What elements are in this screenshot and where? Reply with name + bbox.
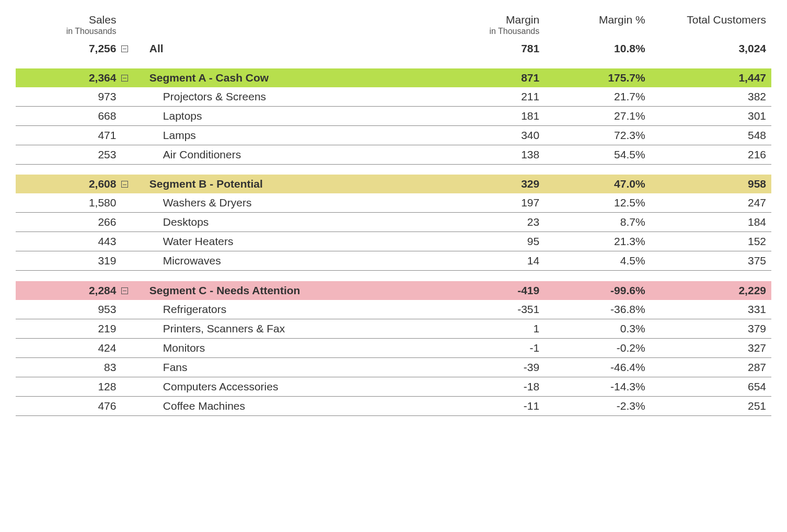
cell-sales: 2,364 — [16, 68, 121, 87]
cell-customers: 152 — [651, 232, 771, 251]
cell-margin-pct: 8.7% — [545, 213, 650, 232]
cell-margin: 14 — [439, 251, 545, 271]
row-segment: 2,608Segment B - Potential32947.0%958 — [16, 175, 771, 193]
row-item: 973Projectors & Screens21121.7%382 — [16, 87, 771, 107]
row-item: 1,580Washers & Dryers19712.5%247 — [16, 193, 771, 213]
cell-customers: 301 — [651, 106, 771, 125]
cell-margin-pct: 54.5% — [545, 145, 650, 164]
cell-margin: 211 — [439, 87, 545, 107]
cell-margin-pct: 12.5% — [545, 193, 650, 213]
header-margin-pct-label: Margin % — [550, 14, 645, 26]
cell-margin-pct: 0.3% — [545, 319, 650, 338]
cell-label: Printers, Scanners & Fax — [144, 319, 439, 338]
row-item: 476Coffee Machines-11-2.3%251 — [16, 396, 771, 415]
cell-sales: 471 — [16, 125, 121, 145]
header-row: Sales in Thousands Margin in Thousands M… — [16, 10, 771, 39]
cell-label[interactable]: Segment C - Needs Attention — [144, 281, 439, 300]
cell-customers: 247 — [651, 193, 771, 213]
cell-label: Computers Accessories — [144, 377, 439, 396]
row-item: 668Laptops18127.1%301 — [16, 106, 771, 125]
pivot-table: Sales in Thousands Margin in Thousands M… — [16, 10, 771, 416]
cell-margin-pct: -14.3% — [545, 377, 650, 396]
cell-label[interactable]: Segment A - Cash Cow — [144, 68, 439, 87]
header-margin-label: Margin — [444, 14, 539, 26]
collapse-icon[interactable] — [121, 45, 128, 52]
cell-label: Washers & Dryers — [144, 193, 439, 213]
row-item: 128Computers Accessories-18-14.3%654 — [16, 377, 771, 396]
cell-margin-pct: 27.1% — [545, 106, 650, 125]
cell-sales: 476 — [16, 396, 121, 415]
row-item: 83Fans-39-46.4%287 — [16, 357, 771, 377]
cell-margin-pct: 21.3% — [545, 232, 650, 251]
cell-label: Lamps — [144, 125, 439, 145]
cell-margin: -419 — [439, 281, 545, 300]
row-item: 219Printers, Scanners & Fax10.3%379 — [16, 319, 771, 338]
cell-margin-pct: -0.2% — [545, 338, 650, 357]
cell-customers: 327 — [651, 338, 771, 357]
cell-margin: 1 — [439, 319, 545, 338]
cell-label[interactable]: All — [144, 39, 439, 58]
cell-label: Water Heaters — [144, 232, 439, 251]
cell-label: Coffee Machines — [144, 396, 439, 415]
cell-customers: 2,229 — [651, 281, 771, 300]
cell-customers: 379 — [651, 319, 771, 338]
header-sales-sublabel: in Thousands — [21, 27, 116, 36]
cell-label: Projectors & Screens — [144, 87, 439, 107]
cell-margin: 197 — [439, 193, 545, 213]
cell-sales: 83 — [16, 357, 121, 377]
cell-margin: -351 — [439, 300, 545, 319]
cell-margin: 95 — [439, 232, 545, 251]
row-item: 443Water Heaters9521.3%152 — [16, 232, 771, 251]
row-item: 953Refrigerators-351-36.8%331 — [16, 300, 771, 319]
cell-label: Microwaves — [144, 251, 439, 271]
cell-margin-pct: 175.7% — [545, 68, 650, 87]
row-item: 319Microwaves144.5%375 — [16, 251, 771, 271]
cell-margin-pct: -2.3% — [545, 396, 650, 415]
cell-margin: 23 — [439, 213, 545, 232]
cell-sales: 424 — [16, 338, 121, 357]
cell-margin-pct: -99.6% — [545, 281, 650, 300]
cell-label[interactable]: Segment B - Potential — [144, 175, 439, 193]
cell-margin-pct: -36.8% — [545, 300, 650, 319]
cell-customers: 287 — [651, 357, 771, 377]
cell-margin: 781 — [439, 39, 545, 58]
cell-margin: 138 — [439, 145, 545, 164]
cell-sales: 253 — [16, 145, 121, 164]
row-item: 424Monitors-1-0.2%327 — [16, 338, 771, 357]
cell-sales: 7,256 — [16, 39, 121, 58]
cell-label: Desktops — [144, 213, 439, 232]
cell-margin-pct: 47.0% — [545, 175, 650, 193]
row-item: 266Desktops238.7%184 — [16, 213, 771, 232]
header-margin: Margin in Thousands — [439, 10, 545, 39]
cell-label: Fans — [144, 357, 439, 377]
cell-customers: 184 — [651, 213, 771, 232]
row-item: 253Air Conditioners13854.5%216 — [16, 145, 771, 164]
cell-margin: 329 — [439, 175, 545, 193]
header-margin-sublabel: in Thousands — [444, 27, 539, 36]
cell-sales: 1,580 — [16, 193, 121, 213]
header-customers-label: Total Customers — [656, 14, 766, 26]
cell-sales: 443 — [16, 232, 121, 251]
cell-sales: 128 — [16, 377, 121, 396]
cell-margin-pct: 4.5% — [545, 251, 650, 271]
cell-margin-pct: -46.4% — [545, 357, 650, 377]
collapse-icon[interactable] — [121, 181, 128, 188]
header-margin-pct: Margin % — [545, 10, 650, 39]
cell-margin: 871 — [439, 68, 545, 87]
header-sales: Sales in Thousands — [16, 10, 121, 39]
cell-label: Monitors — [144, 338, 439, 357]
row-segment: 2,364Segment A - Cash Cow871175.7%1,447 — [16, 68, 771, 87]
row-item: 471Lamps34072.3%548 — [16, 125, 771, 145]
cell-margin: -11 — [439, 396, 545, 415]
cell-sales: 953 — [16, 300, 121, 319]
cell-customers: 216 — [651, 145, 771, 164]
cell-label: Refrigerators — [144, 300, 439, 319]
cell-label: Air Conditioners — [144, 145, 439, 164]
cell-customers: 958 — [651, 175, 771, 193]
collapse-icon[interactable] — [121, 287, 128, 294]
collapse-icon[interactable] — [121, 75, 128, 82]
cell-customers: 1,447 — [651, 68, 771, 87]
cell-sales: 319 — [16, 251, 121, 271]
cell-customers: 375 — [651, 251, 771, 271]
row-all: 7,256All78110.8%3,024 — [16, 39, 771, 58]
